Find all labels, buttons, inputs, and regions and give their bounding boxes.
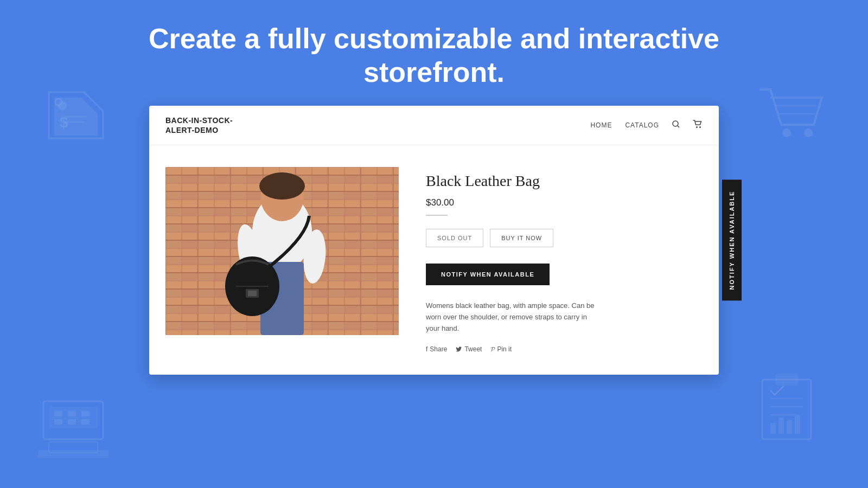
product-image xyxy=(165,167,399,335)
main-heading: Create a fully customizable and interact… xyxy=(0,0,868,106)
svg-rect-13 xyxy=(68,411,76,416)
share-twitter[interactable]: Tweet xyxy=(456,345,482,353)
register-icon xyxy=(33,390,114,461)
svg-rect-19 xyxy=(762,380,811,439)
social-share: f Share Tweet 𝓟 Pin it xyxy=(426,345,512,353)
facebook-icon: f xyxy=(426,345,427,353)
share-facebook[interactable]: f Share xyxy=(426,345,447,353)
search-icon[interactable] xyxy=(672,120,680,130)
heading-line2: storefront. xyxy=(11,55,857,89)
svg-point-30 xyxy=(696,126,698,128)
heading-line1: Create a fully customizable and interact… xyxy=(11,22,857,55)
notify-side-tab[interactable]: NOTIFY WHEN AVAILABLE xyxy=(722,179,742,300)
share-pinterest[interactable]: 𝓟 Pin it xyxy=(490,345,512,353)
twitter-icon xyxy=(456,346,462,352)
svg-rect-11 xyxy=(49,442,98,453)
svg-rect-27 xyxy=(795,415,800,434)
sold-out-button[interactable]: SOLD OUT xyxy=(426,229,483,247)
svg-point-31 xyxy=(699,126,701,128)
cart-icon[interactable] xyxy=(693,120,703,130)
product-price: $30.00 xyxy=(426,197,454,208)
store-nav: BACK-IN-STOCK- ALERT-DEMO HOME CATALOG xyxy=(149,106,719,145)
svg-rect-20 xyxy=(776,374,797,385)
product-buttons: SOLD OUT BUY IT NOW xyxy=(426,229,553,247)
svg-rect-16 xyxy=(68,419,76,425)
svg-rect-50 xyxy=(248,291,257,296)
product-details: Black Leather Bag $30.00 SOLD OUT BUY IT… xyxy=(426,167,703,352)
svg-rect-26 xyxy=(787,420,792,434)
svg-rect-12 xyxy=(54,411,62,416)
notify-when-available-button[interactable]: NOTIFY WHEN AVAILABLE xyxy=(426,264,550,285)
svg-rect-24 xyxy=(770,423,776,434)
svg-rect-18 xyxy=(38,450,108,458)
svg-rect-15 xyxy=(54,419,62,425)
svg-point-46 xyxy=(259,172,305,200)
nav-catalog[interactable]: CATALOG xyxy=(625,121,659,129)
product-title: Black Leather Bag xyxy=(426,172,540,190)
svg-point-28 xyxy=(673,121,678,126)
storefront-card: BACK-IN-STOCK- ALERT-DEMO HOME CATALOG xyxy=(149,106,719,375)
nav-home[interactable]: HOME xyxy=(590,121,612,129)
buy-it-now-button[interactable]: BUY IT NOW xyxy=(490,229,553,247)
svg-line-29 xyxy=(678,126,679,127)
svg-rect-17 xyxy=(81,419,90,425)
clipboard-icon xyxy=(754,369,819,445)
product-area: Black Leather Bag $30.00 SOLD OUT BUY IT… xyxy=(149,145,719,374)
price-divider xyxy=(426,215,448,216)
nav-links: HOME CATALOG xyxy=(590,120,703,130)
svg-rect-9 xyxy=(43,401,103,439)
product-description: Womens black leather bag, with ample spa… xyxy=(426,300,599,334)
pinterest-icon: 𝓟 xyxy=(490,345,495,353)
svg-rect-10 xyxy=(49,407,98,428)
svg-rect-14 xyxy=(81,411,90,416)
store-brand: BACK-IN-STOCK- ALERT-DEMO xyxy=(165,115,233,135)
svg-rect-25 xyxy=(778,418,784,434)
